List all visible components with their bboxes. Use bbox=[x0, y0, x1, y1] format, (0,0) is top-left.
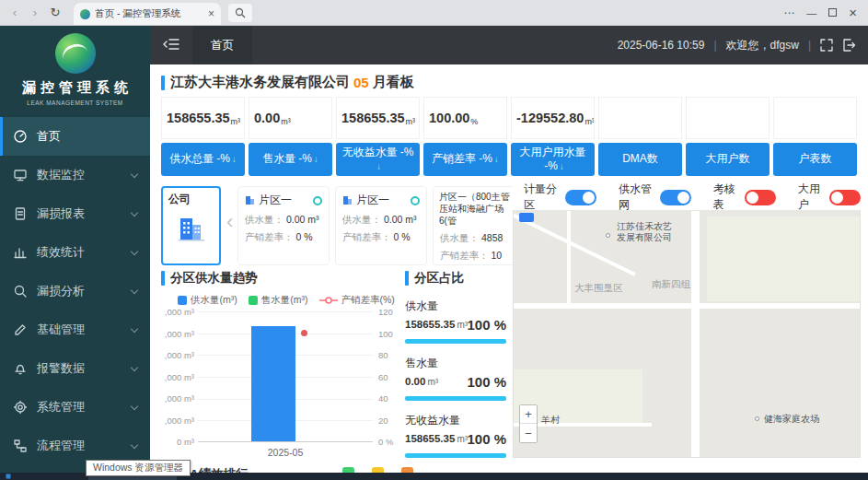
sidebar-collapse-icon[interactable] bbox=[150, 38, 192, 53]
datetime: 2025-06-16 10:59 bbox=[618, 39, 705, 52]
browser-more-icon[interactable]: ⋯ bbox=[783, 6, 794, 19]
toggle-label: 计量分区 bbox=[524, 181, 560, 213]
stat-button-nrw-rate[interactable]: 产销差率-%↓ bbox=[423, 143, 507, 176]
app-name: 漏控管理系统 bbox=[0, 79, 150, 97]
nrw-value: 0 % bbox=[296, 231, 313, 244]
separator: | bbox=[808, 39, 811, 52]
sidebar-item-leak-report[interactable]: 漏损报表 bbox=[0, 194, 150, 233]
fullscreen-icon[interactable] bbox=[820, 39, 833, 52]
flow-icon bbox=[13, 439, 28, 453]
stat-value: 158655.35 bbox=[167, 111, 230, 125]
carousel-prev-icon[interactable]: ‹ bbox=[226, 212, 233, 232]
map[interactable]: 江苏佳禾农艺 发展有限公司 大丰围垦区 南新四组 羊村 健海家庭农场 + − bbox=[513, 184, 861, 458]
tab-close-icon[interactable]: × bbox=[208, 8, 214, 19]
company-card[interactable]: 公司 bbox=[161, 186, 221, 265]
nrw-label: 产销差率： bbox=[245, 231, 294, 244]
toggle-label: 考核表 bbox=[713, 181, 739, 213]
map-patch bbox=[707, 217, 860, 301]
legend-sold[interactable]: 售水量(m³) bbox=[249, 294, 308, 307]
toggle-switch[interactable] bbox=[565, 190, 596, 205]
browser-back-icon[interactable]: ‹ bbox=[6, 0, 24, 26]
zone-card[interactable]: 片区一（800主管压站和海融广场6(管 供水量：4858 产销差率：10 bbox=[433, 186, 513, 265]
sidebar-item-data-monitor[interactable]: 数据监控 bbox=[0, 156, 150, 194]
trend-section-title: 分区供水量趋势 bbox=[161, 270, 258, 287]
y-tick-left: ,000 m³ bbox=[154, 329, 194, 339]
sidebar-item-alarm-data[interactable]: 报警数据 bbox=[0, 349, 150, 388]
ratio-item-supply: 供水量 158655.35m³ 100 % bbox=[405, 299, 506, 344]
map-cluster-tag[interactable] bbox=[519, 213, 534, 222]
ratio-percent: 100 % bbox=[467, 317, 506, 333]
down-arrow-icon: ↓ bbox=[494, 154, 499, 165]
stat-button-meter-count[interactable]: 户表数 bbox=[773, 143, 857, 176]
map-label-farm2line: 发展有限公司 bbox=[617, 231, 672, 244]
sidebar-item-label: 流程管理 bbox=[37, 438, 85, 454]
legend-label: 售水量(m³) bbox=[261, 294, 308, 307]
progress-bar bbox=[405, 396, 506, 401]
sidebar-item-home[interactable]: 首页 bbox=[0, 117, 150, 156]
zoom-in-button[interactable]: + bbox=[520, 405, 537, 424]
stat-button-sold[interactable]: 售水量-%↓ bbox=[249, 143, 332, 176]
stat-button-big-user-count[interactable]: 大用户数 bbox=[686, 143, 770, 176]
page-tab-home[interactable]: 首页 bbox=[192, 26, 252, 64]
globe-icon[interactable] bbox=[758, 6, 771, 19]
browser-forward-icon[interactable]: › bbox=[26, 0, 44, 26]
zone-carousel: 片区一 供水量：0.00 m³ 产销差率：0 % 片区一 供水量：0.00 m³… bbox=[237, 186, 513, 265]
stat-delta: -% bbox=[479, 153, 492, 166]
browser-search-box[interactable] bbox=[228, 4, 252, 22]
map-label-group: 南新四组 bbox=[652, 278, 690, 291]
browser-tab[interactable]: 首页 - 漏控管理系统 × bbox=[74, 3, 221, 25]
toggle-metering-zone: 计量分区 bbox=[524, 181, 596, 213]
ratio-value: 158655.35 bbox=[405, 433, 455, 444]
stat-delta: -% bbox=[400, 146, 414, 159]
zone-card[interactable]: 片区一 供水量：0.00 m³ 产销差率：0 % bbox=[237, 186, 330, 265]
stat-button-supply-total[interactable]: 供水总量-%↓ bbox=[161, 143, 245, 176]
legend-nrw-rate[interactable]: 产销差率(%) bbox=[319, 294, 395, 307]
accent-bar bbox=[161, 271, 165, 286]
chevron-down-icon bbox=[131, 247, 138, 254]
logout-icon[interactable] bbox=[842, 39, 855, 52]
sidebar-item-performance-stats[interactable]: 绩效统计 bbox=[0, 233, 150, 272]
document-icon bbox=[13, 206, 28, 221]
board-month: 05 bbox=[353, 75, 369, 90]
toggle-switch[interactable] bbox=[829, 190, 861, 205]
stat-button-dma-count[interactable]: DMA数 bbox=[598, 143, 682, 176]
y-tick-left: ,000 m³ bbox=[154, 372, 194, 382]
toggle-switch[interactable] bbox=[745, 190, 776, 205]
supply-bar[interactable] bbox=[251, 326, 295, 441]
download-circle-icon[interactable] bbox=[734, 6, 746, 19]
building-icon bbox=[177, 215, 206, 242]
sidebar-item-label: 报警数据 bbox=[37, 360, 85, 377]
window-close-icon[interactable]: × bbox=[849, 6, 857, 19]
stat-label: 产销差率 bbox=[432, 153, 476, 166]
chevron-down-icon bbox=[131, 208, 138, 216]
sidebar-item-leak-analysis[interactable]: 漏损分析 bbox=[0, 272, 150, 310]
chevron-down-icon bbox=[131, 324, 138, 332]
zone-title: 片区一 bbox=[356, 193, 389, 208]
sidebar-item-basic-mgmt[interactable]: 基础管理 bbox=[0, 310, 150, 349]
stat-button-big-user-usage[interactable]: 大用户用水量-%↓ bbox=[511, 143, 595, 176]
supply-label: 供水量： bbox=[440, 232, 479, 245]
zone-card[interactable]: 片区一 供水量：0.00 m³ 产销差率：0 % bbox=[335, 186, 427, 265]
windows-start-icon[interactable] bbox=[6, 474, 11, 479]
sidebar: 漏控管理系统 LEAK MANAGEMENT SYSTEM 首页 数据监控 漏损… bbox=[0, 26, 150, 480]
map-zoom-control: + − bbox=[519, 404, 538, 443]
supply-value: 0.00 m³ bbox=[286, 214, 319, 227]
stat-button-nonrevenue[interactable]: 无收益水量-%↓ bbox=[336, 143, 420, 176]
topbar-right: 2025-06-16 10:59 | 欢迎您，dfgsw | bbox=[618, 38, 868, 53]
legend-swatch bbox=[249, 296, 258, 305]
stat-unit: m³ bbox=[281, 117, 291, 138]
y-tick-left: ,000 m³ bbox=[154, 307, 194, 317]
window-restore-icon[interactable] bbox=[828, 8, 837, 17]
nrw-label: 产销差率： bbox=[342, 231, 391, 244]
sidebar-item-system-mgmt[interactable]: 系统管理 bbox=[0, 388, 150, 427]
legend-supply[interactable]: 供水量(m³) bbox=[178, 294, 237, 307]
toggle-switch[interactable] bbox=[660, 190, 691, 205]
nrw-rate-point[interactable] bbox=[301, 330, 307, 336]
supply-value: 4858 bbox=[481, 232, 503, 245]
accent-bar bbox=[161, 76, 165, 90]
window-minimize-icon[interactable]: — bbox=[806, 7, 816, 18]
zoom-out-button[interactable]: − bbox=[520, 424, 537, 442]
ratio-value: 158655.35 bbox=[405, 319, 455, 330]
nrw-value: 0 % bbox=[394, 231, 411, 244]
browser-refresh-icon[interactable]: ↻ bbox=[46, 0, 64, 26]
